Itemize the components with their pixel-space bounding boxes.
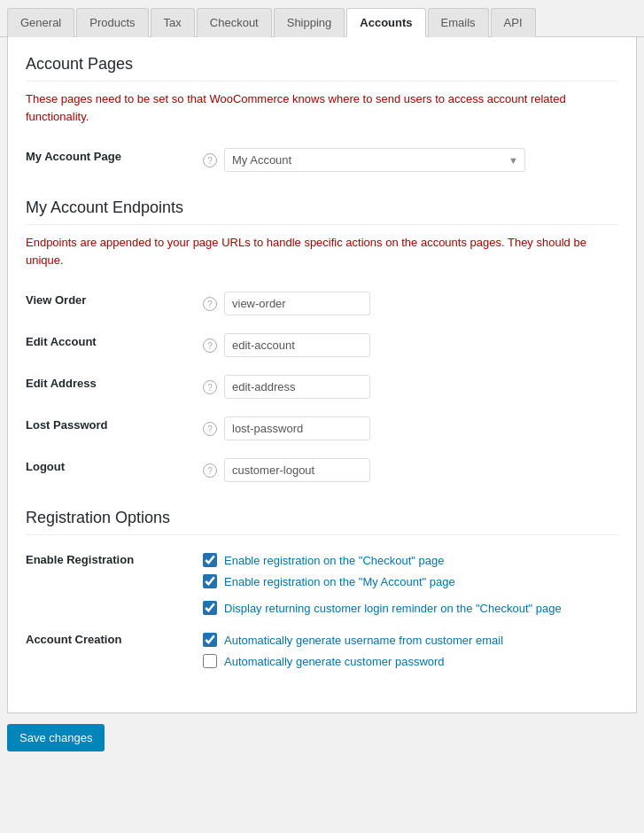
- registration-table: Enable Registration Enable registration …: [26, 544, 618, 677]
- lost-password-help-icon[interactable]: ?: [203, 422, 217, 436]
- tab-general[interactable]: General: [7, 8, 74, 37]
- view-order-input[interactable]: [224, 292, 370, 315]
- my-account-page-select[interactable]: My Account: [224, 148, 525, 172]
- registration-title: Registration Options: [26, 509, 618, 535]
- view-order-label: View Order: [26, 293, 86, 307]
- my-account-page-select-wrap: My Account ▼: [224, 148, 525, 172]
- enable-registration-label: Enable Registration: [26, 553, 134, 566]
- edit-account-label: Edit Account: [26, 335, 97, 348]
- account-creation-row: Account Creation Automatically generate …: [26, 624, 618, 677]
- tabs-bar: General Products Tax Checkout Shipping A…: [0, 0, 644, 37]
- tab-checkout[interactable]: Checkout: [197, 8, 272, 37]
- account-pages-table: My Account Page ? My Account ▼: [26, 139, 618, 181]
- edit-address-label: Edit Address: [26, 377, 97, 390]
- reg-myaccount-label[interactable]: Enable registration on the "My Account" …: [224, 575, 455, 588]
- enable-registration-checkboxes: Enable registration on the "Checkout" pa…: [203, 553, 618, 615]
- reg-checkout-row: Enable registration on the "Checkout" pa…: [203, 553, 618, 567]
- logout-row: Logout ?: [26, 449, 618, 491]
- reg-myaccount-checkbox[interactable]: [203, 574, 217, 588]
- gen-password-label[interactable]: Automatically generate customer password: [224, 655, 445, 668]
- save-changes-button[interactable]: Save changes: [7, 724, 105, 751]
- view-order-row: View Order ?: [26, 283, 618, 324]
- tab-shipping[interactable]: Shipping: [274, 8, 345, 37]
- account-creation-checkboxes: Automatically generate username from cus…: [203, 633, 618, 668]
- account-creation-label: Account Creation: [26, 633, 121, 646]
- gen-password-checkbox[interactable]: [203, 654, 217, 668]
- edit-address-input[interactable]: [224, 375, 370, 399]
- gen-username-checkbox[interactable]: [203, 633, 217, 647]
- tab-emails[interactable]: Emails: [428, 8, 489, 37]
- lost-password-row: Lost Password ?: [26, 408, 618, 449]
- enable-registration-row: Enable Registration Enable registration …: [26, 544, 618, 624]
- endpoints-description: Endpoints are appended to your page URLs…: [26, 234, 618, 269]
- my-account-page-label: My Account Page: [26, 150, 121, 163]
- account-pages-description: These pages need to be set so that WooCo…: [26, 90, 618, 125]
- login-reminder-label[interactable]: Display returning customer login reminde…: [224, 602, 562, 615]
- lost-password-label: Lost Password: [26, 418, 107, 432]
- content-area: Account Pages These pages need to be set…: [7, 37, 637, 713]
- tab-api[interactable]: API: [491, 8, 536, 37]
- edit-address-help-icon[interactable]: ?: [203, 380, 217, 394]
- edit-account-help-icon[interactable]: ?: [203, 339, 217, 353]
- edit-account-row: Edit Account ?: [26, 324, 618, 366]
- login-reminder-checkbox[interactable]: [203, 601, 217, 615]
- lost-password-input[interactable]: [224, 416, 370, 440]
- endpoints-title: My Account Endpoints: [26, 199, 618, 225]
- reg-myaccount-row: Enable registration on the "My Account" …: [203, 574, 618, 588]
- gen-username-label[interactable]: Automatically generate username from cus…: [224, 634, 503, 647]
- logout-help-icon[interactable]: ?: [203, 463, 217, 478]
- my-account-page-help-icon[interactable]: ?: [203, 153, 217, 167]
- endpoints-table: View Order ? Edit Account ?: [26, 283, 618, 491]
- logout-input[interactable]: [224, 458, 370, 482]
- gen-username-row: Automatically generate username from cus…: [203, 633, 618, 647]
- tab-tax[interactable]: Tax: [151, 8, 195, 37]
- account-pages-title: Account Pages: [26, 55, 618, 82]
- tab-accounts[interactable]: Accounts: [346, 8, 425, 37]
- edit-address-row: Edit Address ?: [26, 366, 618, 408]
- reg-checkout-checkbox[interactable]: [203, 553, 217, 567]
- view-order-help-icon[interactable]: ?: [203, 297, 217, 311]
- reg-checkout-label[interactable]: Enable registration on the "Checkout" pa…: [224, 554, 444, 567]
- my-account-page-row: My Account Page ? My Account ▼: [26, 139, 618, 181]
- logout-label: Logout: [26, 460, 65, 473]
- edit-account-input[interactable]: [224, 333, 370, 357]
- gen-password-row: Automatically generate customer password: [203, 654, 618, 668]
- tab-products[interactable]: Products: [76, 8, 148, 37]
- login-reminder-row: Display returning customer login reminde…: [203, 601, 618, 615]
